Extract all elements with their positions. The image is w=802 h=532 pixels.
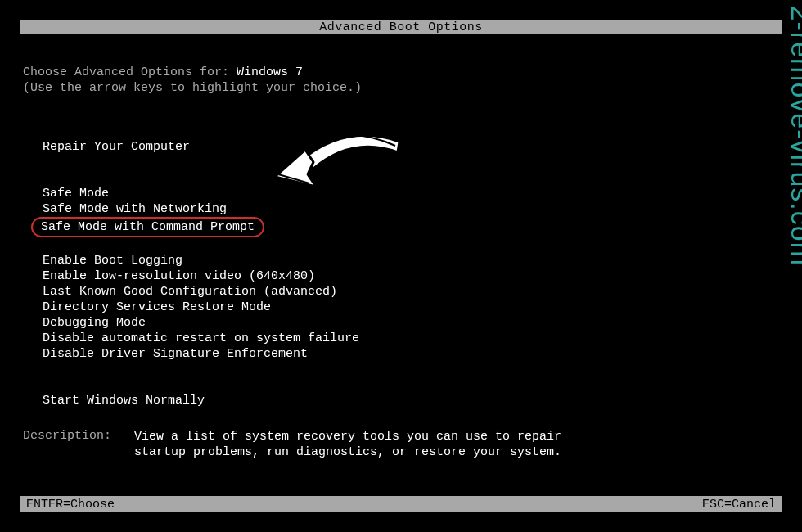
watermark-text: 2-remove-virus.com: [785, 6, 803, 266]
menu-item-safemode[interactable]: Safe Mode: [43, 186, 779, 201]
boot-screen: Advanced Boot Options Choose Advanced Op…: [0, 0, 802, 532]
title-bar: Advanced Boot Options: [20, 20, 782, 34]
choose-prefix: Choose Advanced Options for:: [23, 65, 237, 79]
os-name: Windows 7: [237, 65, 303, 79]
menu-item-repair[interactable]: Repair Your Computer: [43, 139, 779, 155]
menu-item-noautoreboot[interactable]: Disable automatic restart on system fail…: [43, 331, 779, 346]
footer-esc: ESC=Cancel: [702, 498, 776, 512]
description-label: Description:: [23, 429, 134, 460]
hint-line: (Use the arrow keys to highlight your ch…: [23, 81, 779, 95]
menu-item-lowres[interactable]: Enable low-resolution video (640x480): [43, 268, 779, 284]
menu-item-safemode-cmd-highlighted[interactable]: Safe Mode with Command Prompt: [31, 217, 264, 237]
menu-item-debug[interactable]: Debugging Mode: [43, 315, 779, 331]
description-block: Description: View a list of system recov…: [23, 429, 592, 460]
menu-item-safemode-net[interactable]: Safe Mode with Networking: [43, 201, 779, 217]
menu-item-normal[interactable]: Start Windows Normally: [43, 393, 779, 408]
menu-item-nosig[interactable]: Disable Driver Signature Enforcement: [43, 346, 779, 362]
menu-item-lkgc[interactable]: Last Known Good Configuration (advanced): [43, 284, 779, 300]
choose-line: Choose Advanced Options for: Windows 7: [23, 65, 779, 79]
boot-menu[interactable]: Repair Your Computer Safe Mode Safe Mode…: [43, 139, 779, 408]
description-text: View a list of system recovery tools you…: [134, 429, 592, 460]
menu-item-bootlog[interactable]: Enable Boot Logging: [43, 253, 779, 268]
content-area: Choose Advanced Options for: Windows 7 (…: [23, 65, 779, 408]
footer-enter: ENTER=Choose: [26, 498, 702, 512]
title-text: Advanced Boot Options: [319, 20, 483, 34]
footer-bar: ENTER=Choose ESC=Cancel: [20, 496, 782, 512]
menu-item-dsrm[interactable]: Directory Services Restore Mode: [43, 300, 779, 315]
